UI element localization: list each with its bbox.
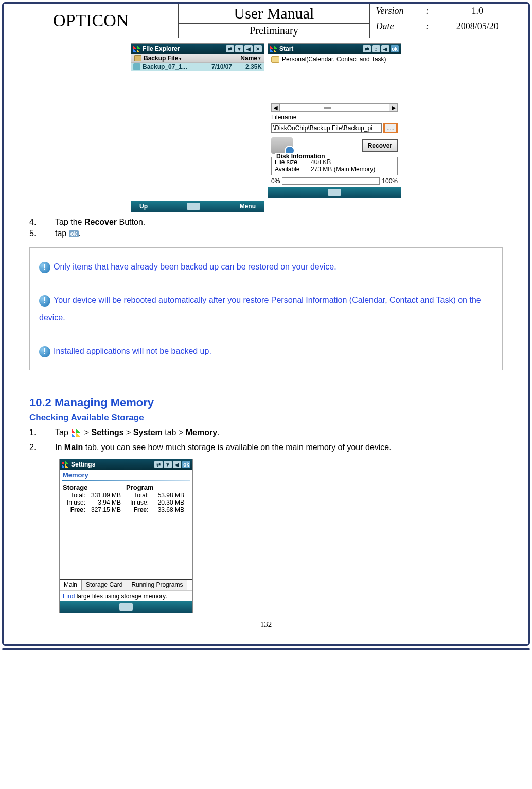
status-icon: ▼ [235,45,243,52]
date-label: Date [376,21,422,32]
doc-subtitle: Preliminary [179,24,369,38]
file-date: 7/10/07 [202,63,232,70]
folder-dropdown[interactable]: Backup File▾ [144,55,182,62]
ok-button[interactable]: ok [182,461,190,468]
recover-bold: Recover [84,218,117,226]
scroll-right-icon[interactable]: ▶ [389,104,397,111]
status-icon: ⇄ [154,461,163,468]
version-value: 1.0 [433,6,522,16]
window-title: File Explorer [143,45,226,52]
step-5: 5. tap ok. [29,229,503,238]
tab-running-programs[interactable]: Running Programs [127,580,187,590]
storage-column: Storage Total:331.09 MB In use:3.94 MB F… [63,483,126,513]
browse-button[interactable]: ..... [383,123,398,133]
program-heading: Program [126,483,189,491]
storage-heading: Storage [63,483,126,491]
progress-right: 100% [382,177,398,185]
program-inuse: 20.30 MB [151,499,189,506]
status-icon: ◀ [244,45,253,52]
start-flag-icon [72,429,81,437]
storage-inuse: 3.94 MB [87,499,126,506]
subsection-heading: Checking Available Storage [29,413,503,423]
program-total: 53.98 MB [151,492,189,499]
meta-cell: Version : 1.0 Date : 2008/05/20 [370,4,528,38]
restore-screenshot: Start ⇄ ⌂ ◀ ok Personal(Calendar, Contac… [268,43,401,212]
pim-label: Personal(Calendar, Contact and Task) [282,56,386,63]
storage-free: 327.15 MB [87,506,126,513]
disk-icon [271,137,293,154]
find-link[interactable]: Find [63,593,75,600]
softkey-up[interactable]: Up [139,203,148,210]
filename-input[interactable] [271,123,382,133]
info-icon: ! [39,346,50,357]
window-title: Settings [71,461,154,468]
tab-storage-card[interactable]: Storage Card [82,580,127,590]
doc-title: User Manual [179,4,369,24]
window-title: Start [279,45,363,52]
step-number: 4. [29,218,55,227]
system-bold: System [133,428,163,437]
recover-button[interactable]: Recover [362,139,398,152]
disk-information-group: Disk Information File size 408 KB Availa… [271,157,398,175]
info-icon: ! [39,295,50,307]
memory-page-title: Memory [60,470,192,480]
date-value: 2008/05/20 [433,21,522,32]
scroll-left-icon[interactable]: ◀ [272,104,280,111]
step-number: 1. [29,428,55,437]
note-3: !Installed applications will not be back… [39,343,493,360]
keyboard-icon[interactable] [119,603,133,611]
tab-main[interactable]: Main [60,580,82,590]
version-label: Version [376,6,422,16]
memory-step-1: 1. Tap > Settings > System tab > Memory. [29,428,503,437]
page-number: 132 [29,620,503,629]
keyboard-icon[interactable] [187,203,200,210]
step-4: 4. Tap the Recover Button. [29,218,503,227]
status-icon: ⌂ [372,45,380,52]
file-explorer-screenshot: File Explorer ⇄ ▼ ◀ ✕ Backup File▾ Name▾… [131,43,264,212]
ok-button[interactable]: ok [391,45,399,52]
pim-folder-row[interactable]: Personal(Calendar, Contact and Task) [268,54,401,64]
note-1: !Only items that have already been backe… [39,258,493,276]
progress-bar [282,177,380,185]
file-size: 2.35K [232,63,262,70]
title-cell: User Manual Preliminary [179,4,369,38]
sort-dropdown[interactable]: Name▾ [240,55,261,62]
main-bold: Main [64,443,83,452]
document-header: OPTICON User Manual Preliminary Version … [4,4,528,38]
filename-label: Filename [268,113,401,122]
status-icon: ⇄ [226,45,234,52]
colon: : [422,21,433,32]
settings-bold: Settings [91,428,123,437]
file-icon [133,63,140,70]
memory-bold: Memory [186,428,217,437]
status-icon: ⇄ [363,45,371,52]
softkey-menu[interactable]: Menu [240,203,256,210]
status-icon: ▼ [164,461,172,468]
info-icon: ! [39,262,50,273]
progress-left: 0% [271,177,280,185]
memory-screenshot: Settings ⇄ ▼ ◀ ok Memory Storage Total:3… [59,459,193,613]
program-free: 33.68 MB [151,506,189,513]
section-heading: 10.2 Managing Memory [29,396,503,409]
brand-cell: OPTICON [4,4,179,38]
file-row[interactable]: Backup_07_1... 7/10/07 2.35K [131,63,264,71]
storage-total: 331.09 MB [87,492,126,499]
windows-flag-icon [270,45,277,52]
windows-flag-icon [133,45,140,52]
folder-icon [134,55,141,61]
horizontal-scrollbar[interactable]: ◀ ▶ [271,103,398,112]
memory-hint: Find large files using storage memory. [60,590,192,601]
available-value: 273 MB (Main Memory) [311,166,394,173]
keyboard-icon[interactable] [328,189,341,196]
program-column: Program Total:53.98 MB In use:20.30 MB F… [126,483,189,513]
colon: : [422,6,433,16]
step-number: 5. [29,229,55,238]
close-icon[interactable]: ✕ [254,45,262,52]
windows-flag-icon [62,461,69,468]
screenshots-row: File Explorer ⇄ ▼ ◀ ✕ Backup File▾ Name▾… [29,43,503,212]
notes-box: !Only items that have already been backe… [29,247,503,370]
disk-info-legend: Disk Information [275,153,327,160]
scroll-thumb[interactable] [324,107,331,109]
memory-steps: 1. Tap > Settings > System tab > Memory.… [29,428,503,456]
ok-icon: ok [69,230,79,237]
